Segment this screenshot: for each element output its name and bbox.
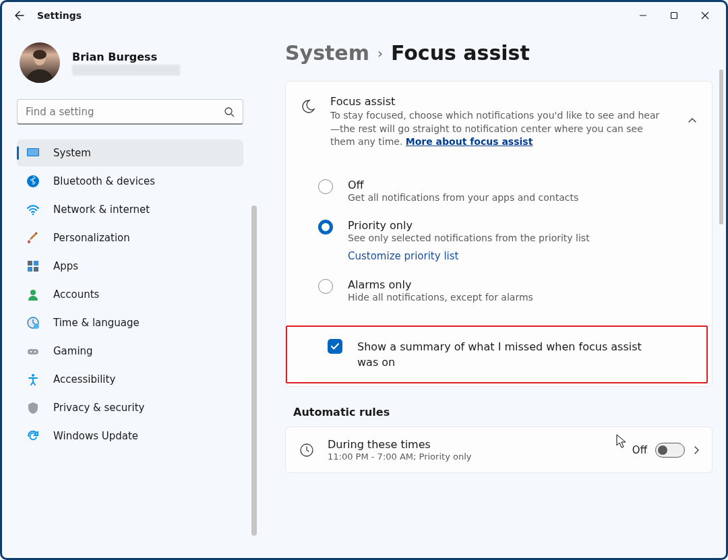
wifi-icon (26, 203, 40, 216)
radio-label: Off (348, 179, 578, 191)
nav-item-accounts[interactable]: Accounts (17, 281, 243, 308)
nav-item-network[interactable]: Network & internet (17, 196, 243, 223)
collapse-button[interactable] (684, 111, 701, 132)
option-alarms-only[interactable]: Alarms only Hide all notifications, exce… (318, 270, 712, 311)
breadcrumb-parent[interactable]: System (285, 41, 369, 65)
search-input[interactable] (26, 106, 224, 118)
svg-point-15 (34, 323, 39, 329)
checkmark-icon (330, 342, 340, 351)
avatar (20, 42, 60, 83)
gamepad-icon (26, 344, 40, 358)
titlebar: Settings (2, 2, 726, 29)
search-icon (224, 106, 235, 117)
nav-item-system[interactable]: System (17, 139, 243, 166)
customize-priority-link[interactable]: Customize priority list (348, 250, 590, 262)
svg-point-8 (28, 241, 30, 243)
arrow-left-icon (14, 10, 25, 21)
breadcrumb-current: Focus assist (391, 41, 530, 65)
svg-point-3 (225, 108, 232, 115)
nav-label: Accounts (53, 288, 99, 301)
nav-item-time-language[interactable]: Time & language (17, 309, 243, 336)
summary-checkbox[interactable] (328, 339, 342, 354)
card-description: To stay focused, choose which notificati… (330, 109, 667, 149)
option-off[interactable]: Off Get all notifications from your apps… (318, 170, 712, 211)
radio-sub: See only selected notifications from the… (348, 232, 590, 243)
paintbrush-icon (26, 231, 40, 245)
minimize-button[interactable] (628, 5, 659, 26)
radio-label: Priority only (348, 219, 590, 232)
user-profile[interactable]: Brian Burgess (17, 36, 255, 95)
rule-title: During these times (328, 438, 471, 451)
search-box[interactable] (17, 99, 243, 125)
nav-item-privacy[interactable]: Privacy & security (17, 394, 243, 421)
svg-rect-12 (34, 267, 38, 272)
user-email-redacted (72, 65, 180, 75)
content-area: System › Focus assist Focus assist To st… (258, 29, 726, 558)
close-icon (701, 11, 709, 20)
svg-point-7 (32, 214, 34, 216)
nav-item-gaming[interactable]: Gaming (17, 338, 243, 365)
radio-group: Off Get all notifications from your apps… (286, 162, 712, 320)
close-button[interactable] (690, 5, 721, 26)
shield-icon (26, 401, 40, 414)
nav-item-personalization[interactable]: Personalization (17, 224, 243, 251)
user-name: Brian Burgess (72, 51, 180, 63)
bluetooth-icon (26, 175, 40, 188)
radio-sub: Get all notifications from your apps and… (348, 192, 578, 203)
rule-during-times[interactable]: During these times 11:00 PM - 7:00 AM; P… (285, 427, 712, 473)
window-controls (628, 5, 721, 26)
clock-icon (299, 443, 314, 458)
card-header[interactable]: Focus assist To stay focused, choose whi… (286, 82, 712, 162)
system-icon (26, 146, 40, 160)
rule-sub: 11:00 PM - 7:00 AM; Priority only (328, 452, 471, 462)
maximize-icon (670, 11, 678, 20)
card-title: Focus assist (330, 95, 667, 108)
more-about-link[interactable]: More about focus assist (406, 136, 533, 147)
nav-label: Accessibility (53, 373, 115, 385)
sidebar-scrollbar[interactable] (251, 206, 257, 556)
radio-sub: Hide all notifications, except for alarm… (348, 292, 533, 303)
nav-item-windows-update[interactable]: Windows Update (17, 423, 243, 449)
breadcrumb: System › Focus assist (285, 41, 712, 65)
rule-toggle[interactable] (655, 443, 685, 458)
nav-item-bluetooth[interactable]: Bluetooth & devices (17, 168, 243, 195)
svg-rect-5 (28, 149, 38, 156)
svg-rect-0 (671, 13, 677, 19)
maximize-button[interactable] (659, 5, 690, 26)
nav-item-accessibility[interactable]: Accessibility (17, 366, 243, 393)
rule-state: Off (632, 444, 647, 456)
nav-label: System (53, 147, 91, 159)
nav-label: Gaming (53, 345, 93, 357)
radio-label: Alarms only (348, 278, 533, 291)
svg-point-18 (34, 351, 36, 352)
option-priority-only[interactable]: Priority only See only selected notifica… (318, 211, 712, 270)
svg-point-17 (30, 351, 32, 352)
svg-rect-9 (28, 261, 32, 266)
minimize-icon (639, 11, 647, 20)
svg-rect-10 (34, 261, 38, 266)
nav-label: Time & language (53, 317, 140, 329)
summary-label: Show a summary of what I missed when foc… (357, 339, 654, 370)
focus-assist-card: Focus assist To stay focused, choose whi… (285, 81, 712, 387)
nav-label: Bluetooth & devices (53, 175, 155, 187)
chevron-right-icon[interactable] (693, 446, 701, 454)
automatic-rules-heading: Automatic rules (293, 406, 712, 418)
sidebar: Brian Burgess System Bluetooth & devices… (2, 29, 258, 558)
radio-priority[interactable] (318, 220, 333, 235)
svg-point-19 (32, 374, 34, 377)
nav-label: Windows Update (53, 430, 138, 442)
nav-item-apps[interactable]: Apps (17, 253, 243, 280)
window-title: Settings (37, 10, 82, 21)
content-scrollbar[interactable] (719, 69, 723, 224)
radio-off[interactable] (318, 179, 333, 194)
svg-point-2 (33, 50, 47, 59)
update-icon (26, 429, 40, 443)
nav-label: Apps (53, 260, 78, 272)
svg-rect-16 (28, 349, 38, 354)
chevron-up-icon (688, 116, 697, 125)
apps-icon (26, 259, 40, 273)
radio-alarms[interactable] (318, 279, 333, 294)
back-button[interactable] (7, 3, 32, 28)
summary-checkbox-row[interactable]: Show a summary of what I missed when foc… (286, 325, 708, 383)
person-icon (26, 288, 40, 301)
